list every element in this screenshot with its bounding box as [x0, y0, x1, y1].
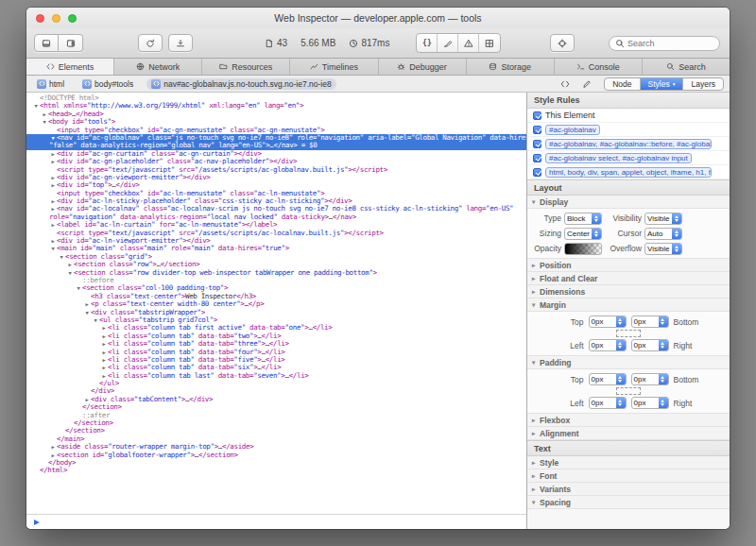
value-dropdown[interactable]: 0px [589, 397, 627, 409]
disclosure-expanded-icon[interactable]: ▼ [66, 269, 74, 277]
value-dropdown[interactable]: Visible [644, 243, 682, 255]
disclosure-collapsed-icon[interactable]: ▶ [66, 261, 74, 268]
style-rule[interactable]: #ac-globalnav [527, 123, 730, 137]
tab-debugger[interactable]: Debugger [379, 59, 467, 75]
value-dropdown[interactable]: Visible [644, 213, 682, 225]
disclosure-collapsed-icon[interactable]: ▶ [49, 174, 57, 181]
tab-timelines[interactable]: Timelines [290, 59, 378, 75]
disclosure-collapsed-icon[interactable]: ▶ [49, 197, 57, 205]
sidebar-tab-layers[interactable]: Layers [683, 78, 723, 90]
value-dropdown[interactable]: Center [564, 228, 602, 240]
tab-network[interactable]: Network [114, 59, 202, 75]
layout-section-spacing[interactable]: ▾Spacing [527, 496, 730, 509]
value-dropdown[interactable]: 0px [631, 339, 669, 351]
disclosure-expanded-icon[interactable]: ▼ [41, 118, 48, 126]
layout-section-dimensions[interactable]: ▸Dimensions [527, 285, 730, 299]
value-dropdown[interactable]: 0px [589, 339, 627, 351]
disclosure-collapsed-icon[interactable]: ▶ [100, 333, 108, 340]
grid-button[interactable] [479, 34, 500, 52]
checkbox-checked-icon[interactable] [533, 140, 541, 148]
value-dropdown[interactable]: 0px [631, 397, 669, 409]
disclosure-expanded-icon[interactable]: ▼ [75, 284, 82, 292]
layout-section-padding[interactable]: ▾Padding [527, 356, 730, 369]
tab-console[interactable]: Console [555, 59, 643, 75]
sidebar-tab-styles[interactable]: Styles▾ [641, 78, 684, 90]
style-rule[interactable]: html, body, div, span, applet, object, i… [527, 165, 730, 179]
checkbox-checked-icon[interactable] [533, 126, 541, 134]
disclosure-collapsed-icon[interactable]: ▶ [49, 221, 57, 229]
disclosure-collapsed-icon[interactable]: ▶ [49, 443, 57, 451]
dom-tree-row[interactable]: </body> [26, 459, 526, 467]
layout-section-variants[interactable]: ▸Variants [527, 483, 730, 496]
breadcrumb-item[interactable]: body#tools [77, 78, 138, 90]
braces-button[interactable]: {} [417, 34, 438, 52]
value-dropdown[interactable]: Auto [644, 228, 682, 240]
disclosure-collapsed-icon[interactable]: ▶ [41, 111, 48, 118]
paintbrush-button[interactable] [438, 34, 458, 52]
disclosure-expanded-icon[interactable]: ▼ [83, 309, 91, 316]
checkbox-checked-icon[interactable] [533, 111, 541, 120]
quick-console[interactable] [26, 514, 526, 529]
disclosure-expanded-icon[interactable]: ▼ [32, 102, 40, 110]
layout-section-position[interactable]: ▸Position [527, 259, 730, 272]
dock-side-button[interactable] [59, 34, 83, 52]
dom-tree-row[interactable]: </section> [26, 427, 526, 435]
disclosure-collapsed-icon[interactable]: ▶ [100, 349, 108, 356]
opacity-slider[interactable] [564, 243, 602, 255]
sidebar-header-text[interactable]: Text [527, 440, 730, 456]
dom-tree-row[interactable]: ▶<section id="globalfooter-wrapper">…</s… [26, 452, 526, 459]
value-dropdown[interactable]: 0px [631, 316, 669, 328]
edit-button[interactable] [578, 77, 595, 91]
layout-section-flexbox[interactable]: ▸Flexbox [527, 414, 730, 427]
disclosure-expanded-icon[interactable]: ▼ [49, 245, 57, 252]
layout-section-margin[interactable]: ▾Margin [527, 299, 730, 312]
tab-resources[interactable]: Resources [202, 59, 290, 75]
layout-section-font[interactable]: ▸Font [527, 469, 730, 483]
disclosure-collapsed-icon[interactable]: ▶ [49, 181, 57, 189]
breadcrumb-item[interactable]: nav#ac-globalnav.js.no-touch.svg.no-ie7.… [146, 78, 336, 90]
breadcrumb-item[interactable]: html [32, 78, 69, 90]
value-dropdown[interactable]: Block [564, 213, 602, 225]
layout-section-style[interactable]: ▸Style [527, 456, 730, 469]
sidebar-tab-node[interactable]: Node [605, 78, 640, 90]
tab-search[interactable]: Search [643, 59, 730, 75]
minimize-button[interactable] [52, 14, 60, 23]
search-field[interactable] [609, 36, 720, 51]
dom-tree-row[interactable]: </html> [26, 467, 526, 474]
value-dropdown[interactable]: 0px [589, 316, 627, 328]
download-button[interactable] [168, 34, 193, 52]
style-rule[interactable]: #ac-globalnav, #ac-globalnav::before, #a… [527, 137, 730, 151]
close-button[interactable] [36, 14, 44, 23]
value-dropdown[interactable]: 0px [589, 373, 627, 385]
layout-section-display[interactable]: ▾Display [527, 196, 730, 209]
warning-button[interactable] [458, 34, 479, 52]
dock-bottom-button[interactable] [34, 34, 59, 52]
disclosure-collapsed-icon[interactable]: ▶ [83, 300, 91, 308]
search-input[interactable] [627, 39, 713, 48]
disclosure-collapsed-icon[interactable]: ▶ [100, 356, 108, 364]
value-dropdown[interactable]: 0px [631, 373, 669, 385]
sidebar-header-layout[interactable]: Layout [527, 179, 730, 196]
checkbox-checked-icon[interactable] [533, 168, 541, 177]
sidebar-header-style-rules[interactable]: Style Rules [527, 93, 730, 109]
reload-button[interactable] [138, 34, 163, 52]
disclosure-expanded-icon[interactable]: ▼ [92, 316, 99, 324]
layout-section-float-and-clear[interactable]: ▸Float and Clear [527, 272, 730, 285]
disclosure-collapsed-icon[interactable]: ▶ [100, 340, 108, 348]
element-selection-button[interactable] [550, 34, 575, 52]
code-view-button[interactable] [557, 77, 574, 91]
disclosure-collapsed-icon[interactable]: ▶ [100, 324, 108, 332]
layout-section-alignment[interactable]: ▸Alignment [527, 427, 730, 440]
tab-elements[interactable]: Elements [26, 59, 114, 75]
style-rule[interactable]: This Element [527, 109, 730, 123]
zoom-button[interactable] [68, 14, 77, 23]
disclosure-collapsed-icon[interactable]: ▶ [49, 158, 57, 165]
disclosure-collapsed-icon[interactable]: ▶ [100, 364, 108, 371]
disclosure-expanded-icon[interactable]: ▼ [58, 253, 65, 261]
checkbox-checked-icon[interactable] [533, 154, 541, 162]
disclosure-collapsed-icon[interactable]: ▶ [49, 150, 57, 158]
titlebar[interactable]: Web Inspector — developer.apple.com — to… [26, 8, 730, 28]
tab-storage[interactable]: Storage [467, 59, 555, 75]
disclosure-collapsed-icon[interactable]: ▶ [49, 237, 57, 245]
style-rule[interactable]: #ac-globalnav select, #ac-globalnav inpu… [527, 151, 730, 165]
